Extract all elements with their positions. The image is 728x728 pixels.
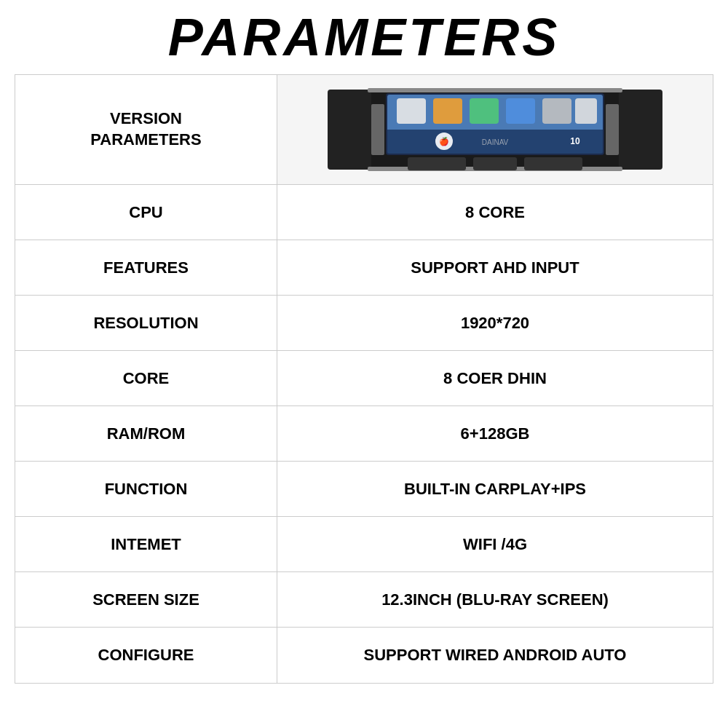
version-parameters-label: VERSION PARAMETERS — [90, 108, 201, 150]
svg-rect-2 — [619, 90, 662, 170]
car-unit-svg: 🍎 DAINAV 10 — [328, 82, 662, 177]
label-text-2: RESOLUTION — [93, 314, 198, 333]
svg-text:10: 10 — [570, 136, 580, 146]
value-text-8: SUPPORT WIRED ANDROID AUTO — [364, 646, 627, 665]
header-label-cell: VERSION PARAMETERS — [15, 75, 277, 184]
label-text-4: RAM/ROM — [107, 424, 186, 443]
svg-text:DAINAV: DAINAV — [482, 138, 509, 146]
value-text-3: 8 COER DHIN — [443, 369, 547, 388]
value-text-7: 12.3INCH (BLU-RAY SCREEN) — [381, 590, 609, 609]
label-text-0: CPU — [129, 203, 162, 222]
label-cell-7: SCREEN SIZE — [15, 572, 277, 627]
parameters-table: VERSION PARAMETERS — [15, 74, 713, 684]
svg-rect-21 — [371, 104, 384, 155]
svg-rect-12 — [575, 98, 597, 124]
value-cell-3: 8 COER DHIN — [277, 351, 713, 405]
label-text-8: CONFIGURE — [98, 646, 194, 665]
value-text-0: 8 CORE — [465, 203, 525, 222]
label-cell-4: RAM/ROM — [15, 406, 277, 461]
table-row: CORE8 COER DHIN — [15, 351, 713, 406]
value-cell-5: BUILT-IN CARPLAY+IPS — [277, 462, 713, 516]
svg-rect-22 — [606, 104, 619, 155]
table-row: RAM/ROM6+128GB — [15, 406, 713, 462]
value-cell-1: SUPPORT AHD INPUT — [277, 240, 713, 295]
svg-rect-9 — [470, 98, 499, 124]
page-container: PARAMETERS VERSION PARAMETERS — [0, 0, 728, 728]
value-text-4: 6+128GB — [461, 424, 530, 443]
value-cell-0: 8 CORE — [277, 185, 713, 240]
label-cell-5: FUNCTION — [15, 462, 277, 516]
value-text-6: WIFI /4G — [463, 535, 527, 554]
svg-text:🍎: 🍎 — [439, 136, 449, 146]
svg-rect-3 — [368, 88, 622, 92]
label-text-7: SCREEN SIZE — [92, 590, 199, 609]
label-text-6: INTEMET — [111, 535, 181, 554]
table-row: CPU8 CORE — [15, 185, 713, 240]
table-row: CONFIGURESUPPORT WIRED ANDROID AUTO — [15, 628, 713, 683]
table-row: FUNCTIONBUILT-IN CARPLAY+IPS — [15, 462, 713, 517]
value-cell-4: 6+128GB — [277, 406, 713, 461]
label-text-3: CORE — [123, 369, 170, 388]
table-row: INTEMETWIFI /4G — [15, 517, 713, 572]
label-cell-1: FEATURES — [15, 240, 277, 295]
label-text-5: FUNCTION — [105, 480, 188, 499]
value-text-5: BUILT-IN CARPLAY+IPS — [404, 480, 586, 499]
svg-rect-19 — [473, 157, 517, 170]
page-title: PARAMETERS — [168, 7, 561, 67]
label-cell-6: INTEMET — [15, 517, 277, 571]
table-row: SCREEN SIZE12.3INCH (BLU-RAY SCREEN) — [15, 572, 713, 628]
value-text-1: SUPPORT AHD INPUT — [411, 258, 579, 277]
data-rows-container: CPU8 COREFEATURESSUPPORT AHD INPUTRESOLU… — [15, 185, 713, 683]
label-cell-0: CPU — [15, 185, 277, 240]
label-cell-3: CORE — [15, 351, 277, 405]
svg-rect-7 — [397, 98, 426, 124]
svg-rect-20 — [524, 157, 582, 170]
svg-rect-11 — [542, 98, 571, 124]
table-row: FEATURESSUPPORT AHD INPUT — [15, 240, 713, 296]
value-cell-7: 12.3INCH (BLU-RAY SCREEN) — [277, 572, 713, 627]
svg-rect-18 — [408, 157, 466, 170]
value-cell-8: SUPPORT WIRED ANDROID AUTO — [277, 628, 713, 683]
label-cell-2: RESOLUTION — [15, 296, 277, 350]
header-row: VERSION PARAMETERS — [15, 75, 713, 185]
value-cell-2: 1920*720 — [277, 296, 713, 350]
svg-rect-1 — [328, 90, 371, 170]
table-row: RESOLUTION1920*720 — [15, 296, 713, 351]
value-text-2: 1920*720 — [461, 314, 529, 333]
label-text-1: FEATURES — [103, 258, 189, 277]
svg-rect-8 — [433, 98, 462, 124]
header-image-cell: 🍎 DAINAV 10 — [277, 75, 713, 184]
value-cell-6: WIFI /4G — [277, 517, 713, 571]
label-cell-8: CONFIGURE — [15, 628, 277, 683]
svg-rect-10 — [506, 98, 535, 124]
